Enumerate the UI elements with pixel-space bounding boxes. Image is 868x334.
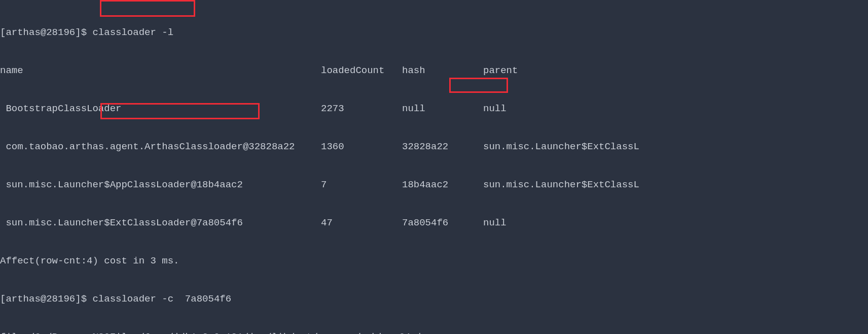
highlight-box-cmd1 [100,0,195,17]
table-row: sun.misc.Launcher$ExtClassLoader@7a8054f… [0,217,868,229]
file-line: file:/C:/Program%20Files/Java/jdk1.8.0_1… [0,331,868,334]
table-header-row: nameloadedCounthashparent [0,64,868,77]
cmd-line-2[interactable]: [arthas@28196]$ classloader -c 7a8054f6 [0,293,868,306]
table-row: com.taobao.arthas.agent.ArthasClassloade… [0,141,868,153]
col-name: name [0,64,321,77]
prompt-2: [arthas@28196]$ [0,293,92,305]
highlight-box-hash [449,78,508,93]
table-row: BootstrapClassLoader2273nullnull [0,103,868,115]
affect-line: Affect(row-cnt:4) cost in 3 ms. [0,255,868,268]
col-parent: parent [483,64,518,77]
col-hash: hash [402,64,483,77]
cmd-1: classloader -l [92,27,173,38]
prompt-1: [arthas@28196]$ [0,27,92,38]
cmd-2: classloader -c 7a8054f6 [92,293,231,305]
cmd-line-1[interactable]: [arthas@28196]$ classloader -l [0,26,868,39]
table-row: sun.misc.Launcher$AppClassLoader@18b4aac… [0,179,868,191]
col-loaded: loadedCount [321,64,402,77]
terminal-output: [arthas@28196]$ classloader -l nameloade… [0,0,868,334]
